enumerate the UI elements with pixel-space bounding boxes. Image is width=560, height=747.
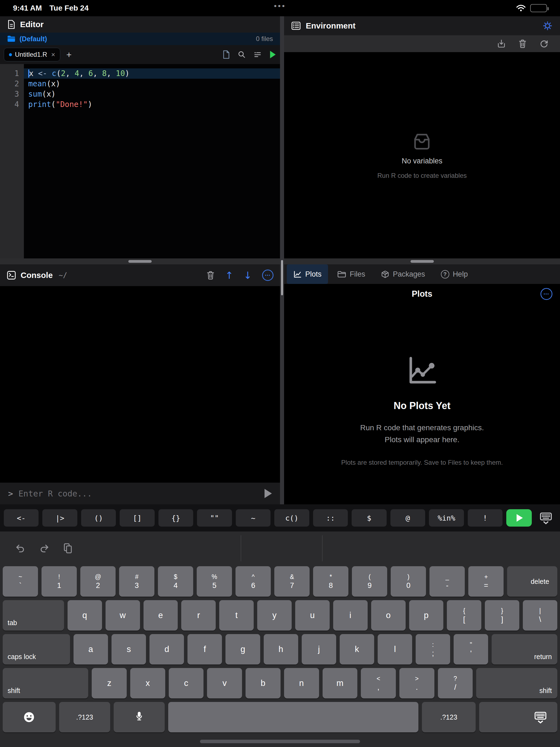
plots-more-button[interactable]: ••• [540, 288, 552, 300]
key-n[interactable]: n [284, 668, 319, 698]
key-=[interactable]: += [468, 566, 504, 597]
key-shift[interactable]: shift [3, 668, 88, 698]
console-input-placeholder[interactable]: Enter R code... [19, 489, 92, 498]
close-tab-icon[interactable]: × [51, 51, 55, 59]
key-c[interactable]: c [169, 668, 204, 698]
key-[[interactable]: {[ [447, 600, 481, 630]
submit-code-icon[interactable] [265, 489, 272, 498]
key-t[interactable]: t [219, 600, 254, 630]
key-r[interactable]: r [181, 600, 216, 630]
keyboard-dismiss-button[interactable] [536, 511, 556, 524]
clear-console-icon[interactable] [206, 271, 215, 280]
shortcut-key[interactable]: %in% [429, 509, 464, 526]
key-.?123[interactable]: .?123 [59, 702, 110, 732]
add-tab-button[interactable]: + [66, 49, 72, 60]
key-/[interactable]: ?/ [438, 668, 473, 698]
key-tab[interactable]: tab [3, 600, 64, 630]
key-shift[interactable]: shift [476, 668, 557, 698]
shortcut-key[interactable]: () [81, 509, 116, 526]
tab-packages[interactable]: Packages [374, 264, 432, 284]
key-3[interactable]: #3 [119, 566, 154, 597]
key-4[interactable]: $4 [158, 566, 193, 597]
search-icon[interactable] [238, 51, 246, 59]
key-h[interactable]: h [264, 634, 298, 665]
paste-icon[interactable] [63, 543, 73, 554]
key-.[interactable]: >. [399, 668, 434, 698]
key-q[interactable]: q [68, 600, 102, 630]
key-i[interactable]: i [333, 600, 368, 630]
code-editor[interactable]: 1x <- c(2, 4, 6, 8, 10)2mean(x)3sum(x)4p… [0, 64, 280, 258]
horizontal-split-handle[interactable] [0, 258, 280, 264]
shortcut-key[interactable]: $ [352, 509, 386, 526]
key-mic[interactable] [114, 702, 165, 732]
console-input-bar[interactable]: > Enter R code... [0, 483, 280, 504]
run-code-button[interactable] [506, 509, 532, 526]
key-j[interactable]: j [302, 634, 336, 665]
key-space[interactable] [168, 702, 418, 732]
key-1[interactable]: !1 [42, 566, 77, 597]
key-\[interactable]: |\ [523, 600, 557, 630]
key-l[interactable]: l [378, 634, 412, 665]
key-9[interactable]: (9 [352, 566, 387, 597]
code-line[interactable]: 4print("Done!") [0, 99, 280, 110]
home-indicator[interactable] [200, 740, 360, 743]
file-tab-untitled1[interactable]: Untitled1.R × [4, 48, 60, 61]
key-caps-lock[interactable]: caps lock [3, 634, 70, 665]
key-5[interactable]: %5 [197, 566, 232, 597]
horizontal-split-handle-right[interactable] [284, 258, 560, 264]
clear-environment-icon[interactable] [518, 39, 527, 48]
key-,[interactable]: <, [361, 668, 396, 698]
code-line[interactable]: 1x <- c(2, 4, 6, 8, 10) [0, 69, 280, 79]
gear-icon[interactable] [542, 20, 553, 31]
console-more-button[interactable]: ••• [262, 269, 273, 281]
key-return[interactable]: return [491, 634, 557, 665]
key-x[interactable]: x [130, 668, 165, 698]
outline-icon[interactable] [254, 51, 262, 59]
key-8[interactable]: *8 [313, 566, 348, 597]
key-b[interactable]: b [245, 668, 281, 698]
shortcut-key[interactable]: <- [4, 509, 38, 526]
refresh-icon[interactable] [539, 39, 549, 48]
key-f[interactable]: f [187, 634, 222, 665]
export-icon[interactable] [497, 39, 506, 48]
shortcut-key[interactable]: |> [42, 509, 77, 526]
key-0[interactable]: )0 [391, 566, 426, 597]
tab-files[interactable]: Files [331, 264, 372, 284]
key-o[interactable]: o [371, 600, 406, 630]
shortcut-key[interactable]: c() [274, 509, 309, 526]
key-u[interactable]: u [295, 600, 330, 630]
undo-icon[interactable] [15, 544, 26, 553]
redo-icon[interactable] [39, 544, 49, 553]
shortcut-key[interactable]: @ [391, 509, 425, 526]
shortcut-key[interactable]: ~ [236, 509, 270, 526]
key-z[interactable]: z [92, 668, 127, 698]
key-s[interactable]: s [111, 634, 146, 665]
tab-help[interactable]: ?Help [434, 264, 475, 284]
console-output[interactable] [0, 286, 280, 483]
key-'[interactable]: "' [454, 634, 488, 665]
key-2[interactable]: @2 [80, 566, 115, 597]
key-;[interactable]: :; [416, 634, 450, 665]
key-k[interactable]: k [340, 634, 374, 665]
key-dismiss-keyboard[interactable] [479, 702, 557, 732]
key-w[interactable]: w [106, 600, 140, 630]
key--[interactable]: _- [429, 566, 465, 597]
key-emoji[interactable] [3, 702, 56, 732]
workspace-selector[interactable]: (Default) 0 files [0, 32, 280, 45]
key-6[interactable]: ^6 [236, 566, 271, 597]
key-g[interactable]: g [225, 634, 260, 665]
history-down-icon[interactable]: ↓ [244, 270, 252, 281]
key-`[interactable]: ~` [3, 566, 38, 597]
key-][interactable]: }] [485, 600, 519, 630]
code-line[interactable]: 3sum(x) [0, 89, 280, 99]
shortcut-key[interactable]: [] [119, 509, 154, 526]
key-delete[interactable]: delete [507, 566, 557, 597]
new-file-icon[interactable] [222, 50, 230, 59]
key-y[interactable]: y [257, 600, 292, 630]
shortcut-key[interactable]: ! [468, 509, 503, 526]
key-v[interactable]: v [207, 668, 242, 698]
key-e[interactable]: e [143, 600, 178, 630]
shortcut-key[interactable]: {} [158, 509, 193, 526]
key-m[interactable]: m [323, 668, 357, 698]
key-7[interactable]: &7 [274, 566, 310, 597]
